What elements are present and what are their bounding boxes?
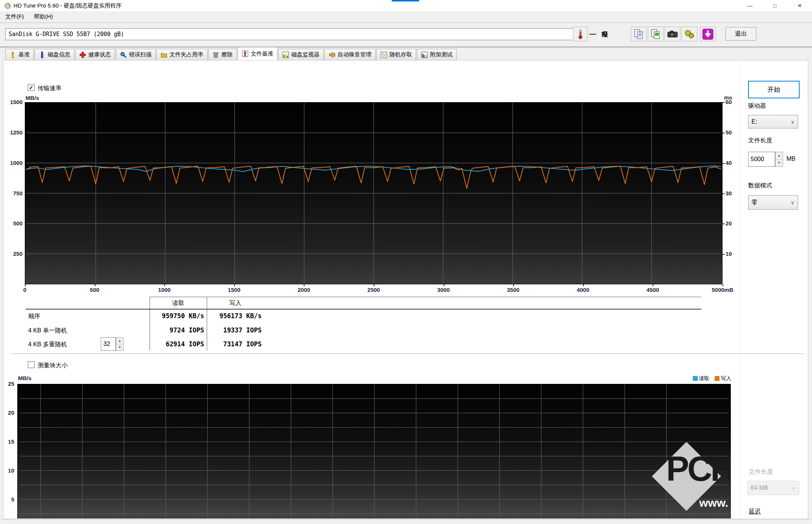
random-access-icon <box>380 51 387 58</box>
panel-separator <box>740 62 740 518</box>
drive-letter-select[interactable]: E: ∨ <box>748 115 798 128</box>
axis-tick-mark <box>95 284 95 286</box>
copy-text-button[interactable] <box>631 27 647 41</box>
menu-bar <box>0 11 812 23</box>
axis-tick-mark <box>164 284 165 286</box>
row-4kb-multi-label: 4 KB 多重随机 <box>28 341 67 349</box>
top-chart-y-unit: MB/s <box>26 95 39 101</box>
data-mode-value: 零 <box>751 199 757 207</box>
tab-disk-monitor[interactable]: 磁盘监视器 <box>278 49 324 60</box>
axis-tick-mark <box>723 284 723 286</box>
extra-tests-icon <box>421 51 428 58</box>
x-axis-tick-4500: 4500 <box>638 287 668 293</box>
menu-help[interactable]: 帮助(H) <box>34 13 53 20</box>
y2-axis-tick-20: 20 <box>726 220 732 227</box>
start-button[interactable]: 开始 <box>748 81 800 98</box>
tab-folder-usage[interactable]: 文件夹占用率 <box>156 49 208 60</box>
axis-tick-mark <box>653 284 653 286</box>
stepper-down-icon[interactable]: ▼ <box>776 160 783 167</box>
bottom-y-axis-tick-20: 20 <box>0 409 14 416</box>
watermark-subtext: www. <box>699 497 728 509</box>
stepper-up-icon[interactable]: ▲ <box>776 152 783 160</box>
stepper-down-icon[interactable]: ▼ <box>116 344 123 351</box>
options-button[interactable] <box>682 27 697 41</box>
file-length-stepper[interactable]: ▲▼ <box>775 152 783 167</box>
tab-label: 基准 <box>18 51 30 58</box>
drive-selector[interactable]: SanDisk G-DRIVE SSD 55B7 (2000 gB) ∨ <box>5 28 586 40</box>
data-mode-select[interactable]: 零 ∨ <box>748 195 798 210</box>
queue-depth-stepper[interactable]: ▲▼ <box>116 337 124 351</box>
close-button[interactable]: ✕ <box>787 0 812 11</box>
tab-label: 磁盘信息 <box>48 51 70 58</box>
benchmark-icon <box>9 51 16 58</box>
copy-image-icon <box>651 29 661 39</box>
transfer-rate-label: 传输速率 <box>38 85 62 92</box>
data-mode-label: 数据模式 <box>748 182 772 190</box>
tab-label: 错误扫描 <box>129 51 151 58</box>
file-length-input[interactable]: 5000 <box>748 152 775 167</box>
bottom-y-axis-tick-10: 10 <box>0 467 14 474</box>
x-axis-tick-3000: 3000 <box>429 287 459 293</box>
transfer-rate-checkbox[interactable]: ✓ <box>28 84 35 91</box>
latency-label: 延迟 <box>749 508 761 516</box>
row-sequential-label: 顺序 <box>28 313 40 320</box>
watermark-text: PCH <box>666 449 731 489</box>
app-icon <box>5 3 11 9</box>
axis-tick-mark <box>25 284 26 286</box>
bottom-file-length-value: 64 MB <box>751 485 768 491</box>
tab-extra-tests[interactable]: 附加测试 <box>417 49 457 60</box>
file-length-label: 文件长度 <box>748 137 772 145</box>
minimize-button[interactable]: — <box>738 0 762 11</box>
axis-tick-mark <box>723 133 725 133</box>
tab-label: 磁盘监视器 <box>291 51 320 58</box>
axis-tick-mark <box>304 284 304 286</box>
tab-health[interactable]: 健康状态 <box>75 49 115 60</box>
maximize-button[interactable]: □ <box>762 0 787 11</box>
tab-error-scan[interactable]: 错误扫描 <box>116 49 156 60</box>
tab-file-benchmark[interactable]: 文件基准 <box>238 47 277 60</box>
table-col-read: 读取 <box>150 299 207 307</box>
screenshot-button[interactable] <box>665 27 680 41</box>
disk-info-icon <box>39 51 45 58</box>
table-headerline <box>26 309 701 310</box>
tab-label: 附加测试 <box>430 51 453 58</box>
tab-disk-info[interactable]: 磁盘信息 <box>35 49 74 60</box>
axis-tick-mark <box>723 102 725 103</box>
stepper-up-icon[interactable]: ▲ <box>116 338 123 344</box>
bottom-file-length-select[interactable]: 64 MB ∨ <box>747 481 799 495</box>
axis-tick-mark <box>444 284 444 286</box>
tab-label: 自动噪音管理 <box>338 51 371 58</box>
block-size-label: 测量块大小 <box>38 362 68 370</box>
legend-write-label: 写入 <box>721 375 731 382</box>
copy-image-button[interactable] <box>648 27 664 41</box>
axis-tick-mark <box>723 223 725 224</box>
x-axis-tick-4000: 4000 <box>568 287 598 293</box>
tab-label: 健康状态 <box>88 51 111 58</box>
save-button[interactable] <box>700 27 716 41</box>
save-download-icon <box>702 29 714 40</box>
temperature-button[interactable] <box>573 27 588 41</box>
menu-file[interactable]: 文件(F) <box>5 13 24 20</box>
tab-random-access[interactable]: 随机存取 <box>376 49 416 60</box>
tab-benchmark[interactable]: 基准 <box>5 49 34 60</box>
temperature-value: — <box>589 30 596 38</box>
y2-axis-tick-50: 50 <box>726 129 732 136</box>
x-axis-tick-5000mB: 5000mB <box>707 287 738 293</box>
axis-tick-mark <box>723 254 725 255</box>
window-title: HD Tune Pro 5.60 - 硬盘/固态硬盘实用程序 <box>14 2 122 9</box>
tab-erase[interactable]: 擦除 <box>208 49 237 60</box>
health-icon <box>79 51 86 58</box>
queue-depth-input[interactable]: 32 <box>101 337 116 351</box>
x-axis-tick-2000: 2000 <box>289 287 319 293</box>
row-4kb-multi-write: 73147 IOPS <box>186 340 262 348</box>
axis-tick-mark <box>723 163 725 164</box>
block-size-checkbox[interactable] <box>28 361 35 368</box>
watermark: PCH www. <box>639 442 731 518</box>
y-axis-tick-750: 750 <box>0 190 23 196</box>
exit-button[interactable]: 退出 <box>726 27 756 41</box>
x-axis-tick-0: 0 <box>10 287 40 293</box>
file-length-unit: MB <box>786 156 795 162</box>
hd-tune-window: HD Tune Pro 5.60 - 硬盘/固态硬盘实用程序 — □ ✕ 文件(… <box>0 0 812 524</box>
tab-aam[interactable]: 自动噪音管理 <box>324 49 376 60</box>
settings-gears-icon <box>684 29 695 39</box>
